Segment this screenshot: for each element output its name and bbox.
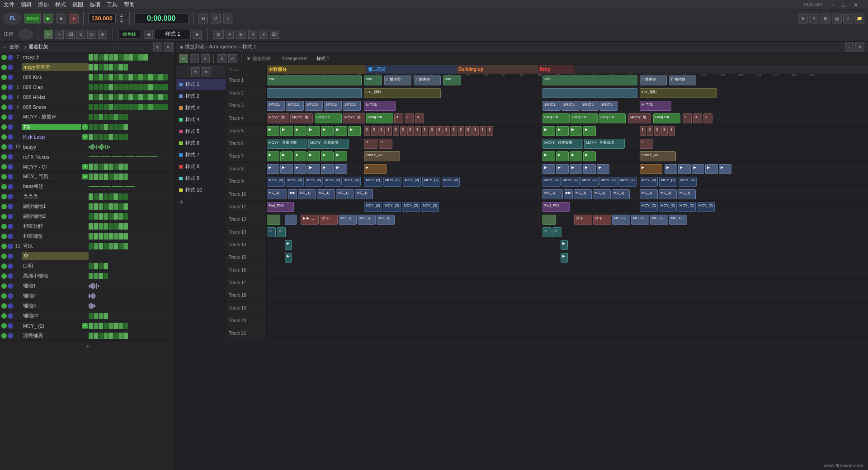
clip[interactable]: ▶ <box>335 164 347 174</box>
track-10-clips[interactable]: MC_1) ▶▶ MC_1) MC_1) MC_1) MC_1) MC_1) ▶… <box>267 188 868 200</box>
channel-mute-btn[interactable] <box>8 263 13 269</box>
plugin-btn[interactable]: ⊕ <box>798 14 808 24</box>
clip[interactable]: MCY_(2) <box>678 202 696 212</box>
channel-mute-btn[interactable] <box>8 254 13 259</box>
channel-name[interactable]: 808 Kick <box>22 75 89 80</box>
channel-rack-settings[interactable]: ⊞ <box>153 42 162 52</box>
mixer-btn[interactable]: ≡ <box>809 14 819 24</box>
channel-name[interactable]: 副歌铺地2 <box>22 213 89 220</box>
delete-btn[interactable]: ⌦ <box>270 30 279 39</box>
channel-mute-btn[interactable] <box>8 244 13 249</box>
clip[interactable]: MC_1) <box>574 189 592 199</box>
clip[interactable]: MCYY_墙 <box>290 113 313 123</box>
channel-mute-btn[interactable] <box>8 114 13 120</box>
clip[interactable] <box>542 215 556 225</box>
pattern-item-4[interactable]: 样式 4 <box>176 114 226 126</box>
clip[interactable]: MC_1) <box>593 189 611 199</box>
pattern-item-9[interactable]: 样式 9 <box>176 173 226 184</box>
pattern-item-5[interactable]: 样式 5 <box>176 126 226 137</box>
channel-mute-btn[interactable] <box>8 164 13 169</box>
clip[interactable]: 3样式5 <box>580 101 599 111</box>
channel-mute-btn[interactable] <box>8 273 13 279</box>
clip[interactable]: Voc <box>364 75 382 85</box>
channel-name[interactable]: 铺地#2 <box>22 312 89 319</box>
clip[interactable]: 3 <box>661 126 668 136</box>
clip[interactable] <box>267 88 362 98</box>
clip[interactable]: ▶ <box>542 164 555 174</box>
clip[interactable]: Free F_#2 <box>640 151 676 161</box>
channel-name[interactable]: 808 HiHat <box>22 94 89 100</box>
clip[interactable]: ▶ <box>556 164 569 174</box>
channel-name[interactable]: 高潮小铺地 <box>22 273 89 279</box>
clip[interactable]: 3 <box>407 126 414 136</box>
channel-active-btn[interactable] <box>1 204 7 209</box>
clip[interactable]: ▶ <box>335 126 347 136</box>
track-5-clips[interactable]: ▶ ▶ ▶ ▶ ▶ ▶ ▶ 3 3 3 3 3 3 3 3 <box>267 125 868 137</box>
clip[interactable]: ▶ <box>321 164 334 174</box>
channel-name[interactable]: 漂亮铺底 <box>22 332 89 339</box>
clip[interactable]: MCYY_墙 <box>343 113 365 123</box>
channel-mute-btn[interactable] <box>8 174 13 179</box>
playlist-tool-arrow[interactable]: ↔ <box>190 54 199 63</box>
channel-mute-btn[interactable] <box>8 204 13 209</box>
channel-name[interactable]: 当当当 <box>22 193 89 200</box>
quantize-btn[interactable]: ⊞ <box>236 30 246 39</box>
metro-btn[interactable]: ♩ <box>223 14 233 24</box>
channel-mute-btn[interactable] <box>8 154 13 160</box>
clip[interactable]: 3 <box>683 113 692 123</box>
select-tool[interactable]: ▷ <box>55 30 64 39</box>
clip[interactable]: MC_1) <box>317 189 335 199</box>
clip[interactable]: ▶ <box>640 164 662 174</box>
prev-pattern[interactable]: ◀ <box>144 30 153 39</box>
tempo-display[interactable]: 130.000 <box>88 14 116 23</box>
clip[interactable]: ▶ <box>542 151 555 161</box>
channel-mute-btn[interactable] <box>8 293 13 299</box>
clip[interactable]: Pad_FX2 <box>267 202 294 212</box>
clip[interactable]: ▶ <box>307 151 320 161</box>
clip[interactable]: ▶ <box>542 126 555 136</box>
clip[interactable]: MCY_(2) <box>324 177 342 187</box>
clip[interactable]: Pad_FX2 <box>542 202 570 212</box>
clip[interactable]: Long Fill <box>542 113 570 123</box>
clip[interactable]: ▶ <box>294 151 307 161</box>
channel-active-btn[interactable] <box>1 194 7 199</box>
channel-active-btn[interactable] <box>1 283 7 289</box>
channel-active-btn[interactable] <box>1 164 7 169</box>
clip[interactable]: Long Fill <box>599 113 626 123</box>
clip[interactable]: MCY_(2) <box>640 202 658 212</box>
clip[interactable]: MC_1) <box>355 189 373 199</box>
clip[interactable]: MCY_(2) <box>697 202 715 212</box>
clip[interactable]: ▶ <box>267 126 279 136</box>
piano-roll-btn[interactable]: ♫ <box>843 14 853 24</box>
clip[interactable]: 3 <box>472 126 479 136</box>
track-16-clips[interactable] <box>267 264 868 276</box>
clip[interactable]: ▶ <box>583 126 596 136</box>
clip[interactable]: 3 <box>394 113 403 123</box>
clip[interactable]: 131_顿时 <box>364 88 441 98</box>
clip[interactable]: Long Fill <box>571 113 598 123</box>
next-pattern[interactable]: ▶ <box>193 30 202 39</box>
clip[interactable]: 3样式5 <box>305 101 323 111</box>
clip[interactable]: Voc <box>443 75 461 85</box>
clip[interactable]: 3 <box>379 139 392 149</box>
clip[interactable]: 3 <box>393 126 399 136</box>
clip[interactable]: MCY_(2) <box>364 177 382 187</box>
clip[interactable]: MCY_(2) <box>580 177 599 187</box>
clip[interactable]: 3 <box>703 113 712 123</box>
clip[interactable]: ▶ <box>570 126 582 136</box>
channel-active-btn[interactable] <box>1 94 7 100</box>
clip[interactable]: 广播体操 <box>640 75 667 85</box>
pattern-add-btn[interactable]: + <box>191 67 200 76</box>
clip[interactable]: MC_1) <box>298 189 316 199</box>
clip[interactable]: 3样式1 <box>267 101 285 111</box>
clip[interactable]: ▶ <box>285 240 292 250</box>
clip[interactable]: MCYY_墙 <box>628 113 651 123</box>
clip[interactable]: ▶ <box>556 151 569 161</box>
channel-name[interactable]: 808 Clap <box>22 85 89 90</box>
channel-mute-btn[interactable] <box>8 124 13 130</box>
clip[interactable]: 3 <box>647 126 653 136</box>
clip[interactable]: MCY_(2) <box>402 202 420 212</box>
minimize-btn[interactable]: − <box>831 2 834 8</box>
kick-loop-add-btn[interactable]: + <box>82 134 88 140</box>
channel-mute-btn[interactable] <box>8 85 13 90</box>
